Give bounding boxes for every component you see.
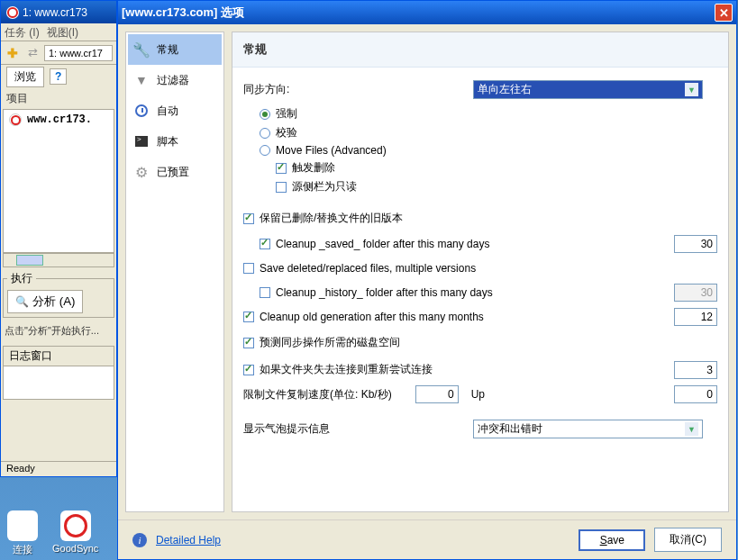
- content-heading: 常规: [232, 32, 728, 68]
- input-speed-up[interactable]: 0: [674, 385, 717, 403]
- radio-verify[interactable]: 校验: [260, 125, 717, 140]
- add-button[interactable]: ✚: [5, 45, 21, 61]
- sidebar-item-filter[interactable]: ▼ 过滤器: [128, 65, 222, 95]
- analyze-label: 分析 (A): [32, 294, 75, 310]
- terminal-icon: [133, 133, 150, 149]
- dialog-footer: i Detailed Help Save 取消(C): [118, 519, 736, 559]
- chevron-down-icon: ▼: [685, 83, 698, 96]
- sidebar-item-auto[interactable]: 自动: [128, 95, 222, 126]
- check-keep-old[interactable]: 保留已删除/替换文件的旧版本: [243, 211, 403, 226]
- radio-move[interactable]: Move Files (Advanced): [260, 144, 717, 157]
- radio-label: 校验: [276, 125, 297, 140]
- refresh-button[interactable]: ⇄: [24, 45, 41, 61]
- network-icon: [7, 510, 38, 541]
- desktop-label: GoodSync: [52, 543, 98, 554]
- input-cleanup-saved-days[interactable]: 30: [674, 235, 717, 253]
- info-icon: i: [132, 533, 147, 547]
- speed-label: 限制文件复制速度(单位: Kb/秒): [243, 387, 392, 402]
- check-label: 如果文件夹失去连接则重新尝试连接: [260, 362, 433, 377]
- radio-force[interactable]: 强制: [260, 106, 717, 122]
- up-label: Up: [471, 388, 485, 401]
- analyze-button[interactable]: 🔍 分析 (A): [7, 290, 83, 313]
- balloon-value: 冲突和出错时: [478, 421, 542, 437]
- refresh-icon: ⇄: [28, 46, 38, 59]
- project-list[interactable]: www.cr173.: [3, 109, 114, 253]
- desktop-label: 连接: [13, 543, 32, 556]
- syncdir-label: 同步方向:: [243, 82, 473, 97]
- scrollbar-thumb[interactable]: [16, 255, 43, 266]
- check-label: 预测同步操作所需的磁盘空间: [260, 335, 400, 350]
- save-label: ave: [607, 534, 624, 546]
- hint-text: 点击"分析"开始执行...: [1, 321, 116, 340]
- desktop-icon-conn[interactable]: 连接: [7, 510, 38, 556]
- sidebar-label: 过滤器: [157, 73, 189, 88]
- cancel-button[interactable]: 取消(C): [654, 528, 722, 552]
- check-label: Cleanup old generation after this many m…: [260, 311, 484, 323]
- check-label: 保留已删除/替换文件的旧版本: [260, 211, 403, 226]
- sidebar-item-general[interactable]: 🔧 常规: [128, 34, 222, 65]
- check-label: Save deleted/replaced files, multiple ve…: [260, 262, 476, 275]
- close-button[interactable]: ✕: [715, 4, 733, 22]
- check-source-readonly[interactable]: 源侧栏为只读: [276, 179, 717, 194]
- desktop-icon-goodsync[interactable]: GoodSync: [52, 510, 98, 556]
- dialog-titlebar[interactable]: [www.cr173.com] 选项 ✕: [118, 1, 736, 24]
- project-tab[interactable]: 1: www.cr17: [44, 45, 113, 61]
- sidebar-label: 自动: [157, 104, 178, 119]
- sidebar-label: 常规: [157, 42, 178, 58]
- check-label: 源侧栏为只读: [292, 179, 357, 194]
- desktop: 连接 GoodSync: [0, 503, 105, 560]
- input-cleanup-months[interactable]: 12: [674, 308, 717, 326]
- save-button[interactable]: Save: [579, 529, 645, 551]
- check-retry-connection[interactable]: 如果文件夹失去连接则重新尝试连接: [243, 362, 433, 377]
- check-label: Cleanup _saved_ folder after this many d…: [276, 238, 489, 250]
- sidebar-label: 脚本: [157, 134, 178, 149]
- input-retry-count[interactable]: 3: [674, 361, 717, 379]
- gear-icon: ⚙: [133, 164, 150, 180]
- options-dialog: [www.cr173.com] 选项 ✕ 🔧 常规 ▼ 过滤器 自动 脚本 ⚙: [117, 0, 737, 560]
- main-window: 1: www.cr173 任务 (I) 视图(I) ✚ ⇄ 1: www.cr1…: [0, 0, 117, 477]
- menubar: 任务 (I) 视图(I): [1, 23, 116, 41]
- input-speed-down[interactable]: 0: [415, 385, 459, 403]
- radio-label: Move Files (Advanced): [276, 144, 387, 157]
- project-icon: [9, 113, 22, 126]
- magnifier-icon: 🔍: [15, 295, 29, 308]
- balloon-select[interactable]: 冲突和出错时 ▼: [473, 420, 703, 438]
- horizontal-scrollbar[interactable]: [3, 253, 114, 267]
- clock-icon: [133, 103, 150, 119]
- exec-panel: 执行 🔍 分析 (A): [3, 271, 114, 318]
- menu-tasks[interactable]: 任务 (I): [5, 25, 40, 39]
- wrench-icon: 🔧: [133, 41, 150, 58]
- chevron-down-icon: ▼: [685, 422, 698, 436]
- funnel-icon: ▼: [133, 72, 150, 88]
- exec-label: 执行: [7, 271, 36, 286]
- check-predict-space[interactable]: 预测同步操作所需的磁盘空间: [243, 335, 400, 350]
- detailed-help-link[interactable]: Detailed Help: [156, 534, 221, 546]
- browse-button[interactable]: 浏览: [6, 67, 44, 87]
- sidebar-item-preset[interactable]: ⚙ 已预置: [128, 157, 222, 187]
- sidebar-item-script[interactable]: 脚本: [128, 126, 222, 157]
- check-cleanup-saved[interactable]: Cleanup _saved_ folder after this many d…: [260, 238, 489, 250]
- toolbar-secondary: 浏览 ?: [1, 65, 116, 88]
- app-icon: [6, 6, 19, 19]
- check-label: 触发删除: [292, 160, 335, 176]
- balloon-label: 显示气泡提示信息: [243, 421, 473, 437]
- goodsync-icon: [60, 510, 91, 541]
- check-trigger-delete[interactable]: 触发删除: [276, 160, 717, 176]
- projects-label: 项目: [1, 88, 116, 109]
- check-cleanup-history[interactable]: Cleanup _history_ folder after this many…: [260, 286, 493, 299]
- check-cleanup-old[interactable]: Cleanup old generation after this many m…: [243, 311, 484, 323]
- menu-view[interactable]: 视图(I): [47, 25, 78, 39]
- log-header: 日志窗口: [4, 347, 114, 366]
- main-window-titlebar[interactable]: 1: www.cr173: [1, 1, 116, 23]
- options-content: 常规 同步方向: 单向左往右 ▼ 强制 校验 Move Files (Advan…: [232, 32, 729, 512]
- syncdir-select[interactable]: 单向左往右 ▼: [473, 80, 703, 99]
- syncdir-value: 单向左往右: [478, 82, 532, 97]
- main-toolbar: ✚ ⇄ 1: www.cr17: [1, 41, 116, 65]
- options-sidebar: 🔧 常规 ▼ 过滤器 自动 脚本 ⚙ 已预置: [125, 32, 224, 512]
- help-button[interactable]: ?: [50, 68, 67, 85]
- project-name: www.cr173.: [27, 113, 92, 126]
- check-save-multi[interactable]: Save deleted/replaced files, multiple ve…: [243, 262, 476, 275]
- project-item[interactable]: www.cr173.: [4, 110, 114, 130]
- main-window-title: 1: www.cr173: [23, 6, 87, 19]
- plus-icon: ✚: [7, 46, 18, 60]
